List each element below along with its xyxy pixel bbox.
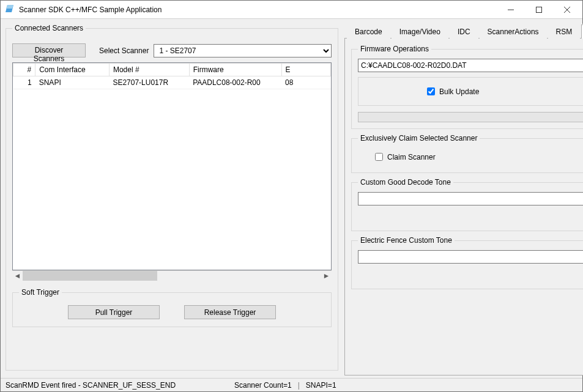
- col-number[interactable]: #: [13, 64, 35, 76]
- release-trigger-button[interactable]: Release Trigger: [184, 305, 276, 319]
- table-row[interactable]: 1 SNAPI SE2707-LU017R PAADLC08-002-R00 0…: [13, 76, 331, 89]
- electric-fence-tone-legend: Electric Fence Custom Tone: [358, 236, 455, 245]
- svg-marker-1: [6, 5, 13, 9]
- good-decode-tone-legend: Custom Good Decode Tone: [358, 178, 453, 187]
- app-icon: [6, 4, 15, 15]
- select-scanner-label: Select Scanner: [99, 46, 149, 55]
- connected-scanners-group: Connected Scanners Discover Scanners Sel…: [6, 24, 338, 371]
- window-title: Scanner SDK C++/MFC Sample Application: [19, 6, 497, 14]
- scroll-left-icon[interactable]: ◄: [12, 271, 23, 281]
- bulk-update-checkbox[interactable]: Bulk Update: [425, 86, 479, 97]
- electric-fence-path-input[interactable]: [358, 250, 583, 264]
- scanners-table: # Com Interface Model # Firmware E 1 SNA…: [13, 63, 331, 89]
- firmware-operations-legend: Firmware Operations: [358, 45, 431, 53]
- svg-rect-3: [537, 7, 542, 12]
- status-bar: ScanRMD Event fired - SCANNER_UF_SESS_EN…: [1, 378, 582, 391]
- tab-barcode[interactable]: Barcode: [347, 24, 390, 39]
- minimize-button[interactable]: [497, 1, 525, 18]
- firmware-path-input[interactable]: [358, 59, 583, 72]
- soft-trigger-legend: Soft Trigger: [19, 288, 62, 297]
- status-separator: |: [298, 381, 300, 390]
- claim-scanner-checkbox[interactable]: Claim Scanner: [373, 151, 583, 163]
- table-horizontal-scrollbar[interactable]: ◄ ►: [12, 270, 332, 281]
- discover-scanners-button[interactable]: Discover Scanners: [12, 43, 86, 57]
- status-scanner-count: Scanner Count=1: [234, 381, 292, 390]
- soft-trigger-group: Soft Trigger Pull Trigger Release Trigge…: [12, 288, 332, 327]
- good-decode-tone-group: Custom Good Decode Tone Browse Upload Er…: [351, 178, 583, 231]
- titlebar: Scanner SDK C++/MFC Sample Application: [1, 1, 582, 19]
- status-event-text: ScanRMD Event fired - SCANNER_UF_SESS_EN…: [6, 381, 232, 390]
- select-scanner-dropdown[interactable]: 1 - SE2707: [154, 44, 332, 57]
- pull-trigger-button[interactable]: Pull Trigger: [68, 305, 160, 319]
- scroll-right-icon[interactable]: ►: [321, 271, 332, 281]
- tab-idc[interactable]: IDC: [450, 24, 478, 39]
- claim-scanner-group: Exclusively Claim Selected Scanner Claim…: [351, 134, 583, 173]
- maximize-button[interactable]: [525, 1, 553, 18]
- scanners-table-container[interactable]: # Com Interface Model # Firmware E 1 SNA…: [12, 62, 332, 270]
- tab-image-video[interactable]: Image/Video: [392, 24, 448, 39]
- electric-fence-tone-group: Electric Fence Custom Tone Browse Upload…: [351, 236, 583, 289]
- advanced-tab-page: Firmware Operations Browse Bulk Update U…: [344, 39, 583, 375]
- tab-scanner-actions[interactable]: ScannerActions: [480, 24, 547, 39]
- good-decode-path-input[interactable]: [358, 192, 583, 205]
- tab-rsm[interactable]: RSM: [548, 24, 581, 39]
- tabstrip: Barcode Image/Video IDC ScannerActions R…: [344, 24, 583, 39]
- col-firmware[interactable]: Firmware: [189, 64, 281, 76]
- firmware-progress-bar: [358, 112, 583, 122]
- firmware-operations-group: Firmware Operations Browse Bulk Update U…: [351, 45, 583, 129]
- status-snapi: SNAPI=1: [306, 381, 336, 390]
- connected-scanners-legend: Connected Scanners: [12, 24, 86, 32]
- close-button[interactable]: [553, 1, 581, 18]
- claim-scanner-legend: Exclusively Claim Selected Scanner: [358, 134, 480, 142]
- col-model[interactable]: Model #: [109, 64, 189, 76]
- col-extra[interactable]: E: [281, 64, 331, 76]
- col-interface[interactable]: Com Interface: [35, 64, 110, 76]
